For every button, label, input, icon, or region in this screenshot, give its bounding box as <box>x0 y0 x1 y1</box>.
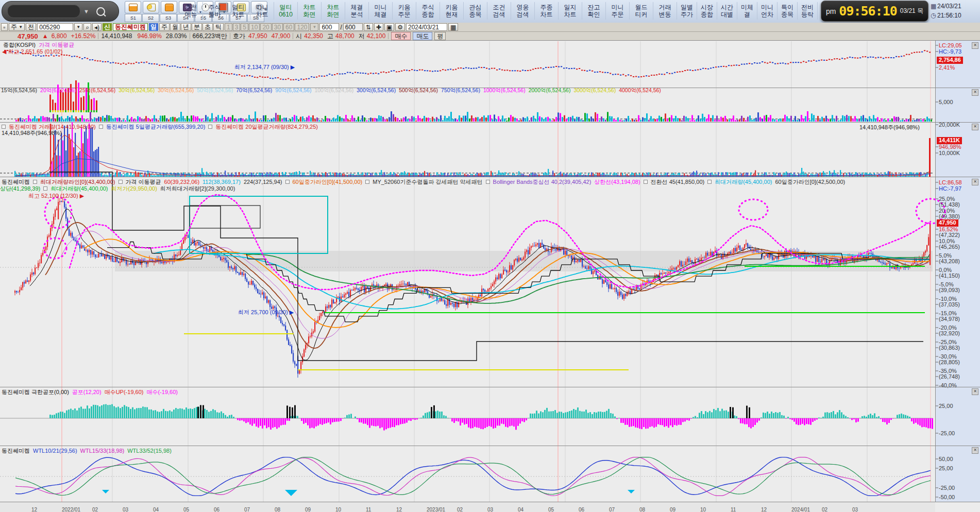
speaker-button[interactable]: ◂) <box>92 23 102 31</box>
menu-item-월드티커[interactable]: 월드티커 <box>630 2 653 20</box>
period-button-년[interactable]: 년 <box>181 23 191 31</box>
menu-item-영웅검색[interactable]: 영웅검색 <box>511 2 535 20</box>
window-icon[interactable]: ▫ <box>1 23 8 31</box>
menu-item-챠트화면[interactable]: 챠트화면 <box>322 2 345 20</box>
axis-label: (45,265) <box>939 244 960 250</box>
minute-button-120[interactable]: 120 <box>295 23 309 31</box>
pane-close-icon[interactable]: ✕ <box>972 447 978 454</box>
code-dropdown[interactable]: ▼ <box>74 23 82 31</box>
sell-button[interactable]: 매도 <box>413 32 432 40</box>
minute-dropdown[interactable]: ▼ <box>310 23 318 31</box>
chart-annotation-2: 최고 52,100 (12/30) ▶ <box>28 193 84 199</box>
key-icon[interactable] <box>143 1 159 13</box>
date-calendar-icon[interactable]: ▦ <box>448 23 458 31</box>
menu-item-관심종목[interactable]: 관심종목 <box>464 2 487 20</box>
date-axis-label: 04 <box>153 507 159 512</box>
date-axis-label: 02 <box>92 507 98 512</box>
date-input[interactable]: 2024/03/21 <box>406 23 447 31</box>
menu-item-일지차트[interactable]: 일지차트 <box>559 2 582 20</box>
menu-item-시장종합[interactable]: 시장종합 <box>697 2 717 20</box>
lock-icon[interactable] <box>161 1 177 13</box>
side-time: 21:56:10 <box>937 12 961 19</box>
screen-tab-S3[interactable]: S3 <box>160 14 177 22</box>
clock-time: 09:56:10 <box>839 4 897 19</box>
period-button-초[interactable]: 초 <box>202 23 213 31</box>
pane-close-icon[interactable]: ✕ <box>972 124 978 130</box>
search-input[interactable] <box>7 5 80 18</box>
minute-button-1[interactable]: 1 <box>225 23 232 31</box>
screen-tab-S1[interactable]: S1 <box>125 14 142 22</box>
menu-item-시간대별[interactable]: 시간대별 <box>717 2 737 20</box>
period-day-selected[interactable]: 일 <box>149 23 158 31</box>
menu-item-거래변동[interactable]: 거래변동 <box>653 2 677 20</box>
minute-button-10[interactable]: 10 <box>249 23 260 31</box>
menu-item-키움주문[interactable]: 키움주문 <box>393 2 416 20</box>
trendline-icon[interactable]: ✚ <box>374 23 383 31</box>
menu-item-주식툴바[interactable]: 주식툴바▾ <box>203 2 227 20</box>
pane-close-icon[interactable]: ✕ <box>972 89 978 96</box>
menu-item-주종차트[interactable]: 주종차트 <box>535 2 559 20</box>
minute-button-60[interactable]: 60 <box>283 23 294 31</box>
menu-item-추천메뉴[interactable]: 추천메뉴▾ <box>179 2 203 20</box>
minute-button-5[interactable]: 5 <box>241 23 248 31</box>
high-price: 48,700 <box>335 32 354 40</box>
search-icon[interactable] <box>96 7 105 16</box>
menu-item-미체결[interactable]: 미체결 <box>737 2 757 20</box>
price-pane-legend-1: 동진쎄미켐최대거래량라인[0](43,400,00)가격 이동평균60(39,2… <box>2 179 845 185</box>
chart-canvas[interactable] <box>0 0 980 512</box>
menu-item-멀티0610[interactable]: 멀티0610 <box>274 2 298 20</box>
top-toolbar: 추천메뉴▾주식툴바▾멀티차트미니차트멀티0610챠트화면챠트화면체결분석미니체결… <box>0 0 980 23</box>
prev-button[interactable]: 전 <box>26 23 36 31</box>
buy-button[interactable]: 매수 <box>391 32 411 40</box>
menu-item-체결분석[interactable]: 체결분석 <box>345 2 369 20</box>
global-search[interactable]: ▼ <box>2 1 119 22</box>
market-combo[interactable]: 주 ▼ <box>9 23 25 31</box>
avg-button[interactable]: 평 <box>434 32 446 40</box>
date-axis-label: 09 <box>670 507 675 512</box>
screen-tab-S2[interactable]: S2 <box>142 14 159 22</box>
minute-button-30[interactable]: 30 <box>272 23 283 31</box>
axis-label: (30,863) <box>939 345 960 351</box>
compare-icon[interactable]: ⇅ <box>364 23 373 31</box>
minute-button-3[interactable]: 3 <box>233 23 241 31</box>
menu-item-챠트화면[interactable]: 챠트화면 <box>298 2 322 20</box>
turnover-percent: 28.03% <box>166 32 187 40</box>
menu-item-미니체결[interactable]: 미니체결 <box>369 2 393 20</box>
menu-item-미니차트[interactable]: 미니차트 <box>250 2 274 20</box>
open-price: 42,350 <box>304 32 323 40</box>
menu-item-조건검색[interactable]: 조건검색 <box>487 2 511 20</box>
date-axis-label: 08 <box>639 507 645 512</box>
menu-item-특이종목[interactable]: 특이종목 <box>778 2 798 20</box>
menu-item-미니주문[interactable]: 미니주문 <box>606 2 630 20</box>
menu-item-일별주가[interactable]: 일별주가 <box>677 2 697 20</box>
pane-close-icon[interactable]: ✕ <box>972 388 978 395</box>
period-button-월[interactable]: 월 <box>170 23 180 31</box>
date-axis-label: 12 <box>31 507 37 512</box>
period-button-틱[interactable]: 틱 <box>213 23 224 31</box>
legend-checkbox-icon <box>43 186 47 191</box>
date-axis-label: 03 <box>852 507 858 512</box>
ask-price: 47,950 <box>248 32 267 40</box>
menu-item-멀티차트[interactable]: 멀티차트 <box>227 2 250 20</box>
code-input[interactable]: 005290 <box>37 23 73 31</box>
menu-item-미니언차[interactable]: 미니언차 <box>757 2 778 20</box>
pane-close-icon[interactable]: ✕ <box>972 42 978 49</box>
menu-item-잔고확인[interactable]: 잔고확인 <box>582 2 606 20</box>
chart-settings-icon[interactable]: ⚙ <box>395 23 405 31</box>
bar-count-input[interactable]: 600 <box>319 23 339 31</box>
period-button-주[interactable]: 주 <box>159 23 170 31</box>
menu-item-키움현재[interactable]: 키움현재 <box>440 2 464 20</box>
date-axis-label: 10 <box>700 507 706 512</box>
chevron-down-icon[interactable]: ▼ <box>83 8 89 14</box>
save-chart-icon[interactable]: ▣ <box>384 23 394 31</box>
date-axis-label: 08 <box>275 507 280 512</box>
minute-button-20[interactable]: 20 <box>260 23 271 31</box>
period-button-분[interactable]: 분 <box>192 23 202 31</box>
floppy-icon[interactable] <box>125 1 141 13</box>
axis-price-badge: 14,411K <box>937 137 962 144</box>
pane-close-icon[interactable]: ✕ <box>972 179 978 185</box>
menu-item-전비등락[interactable]: 전비등락 <box>798 2 818 20</box>
menu-item-주식종합[interactable]: 주식종합 <box>416 2 440 20</box>
code-search-button[interactable]: ⌕ <box>83 23 91 31</box>
date-axis-label: 11 <box>366 507 371 512</box>
